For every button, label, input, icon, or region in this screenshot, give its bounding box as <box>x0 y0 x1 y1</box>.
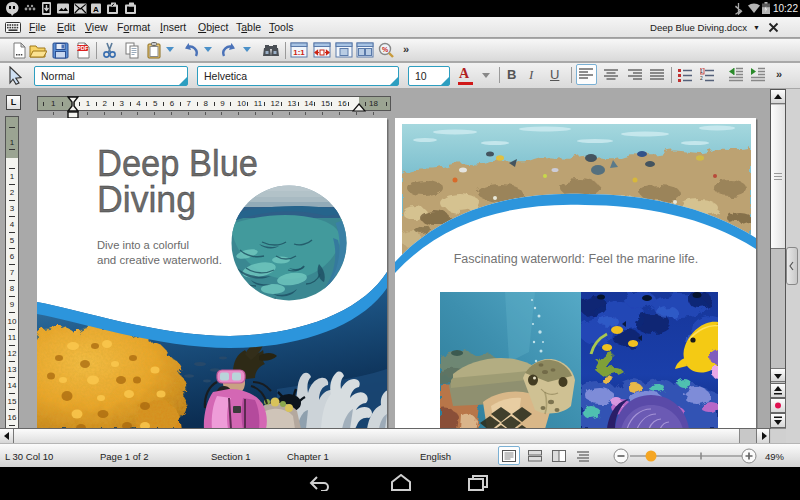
svg-text:1:1: 1:1 <box>293 48 305 57</box>
svg-text:Fascinating waterworld: Feel t: Fascinating waterworld: Feel the marine … <box>454 252 699 266</box>
svg-text:Dive into a colorful: Dive into a colorful <box>97 239 189 251</box>
svg-text:%: % <box>382 46 389 53</box>
svg-text:PDF: PDF <box>77 45 89 51</box>
svg-text:2: 2 <box>700 75 703 81</box>
svg-text:A: A <box>93 5 99 14</box>
svg-text:Diving: Diving <box>97 178 196 220</box>
svg-text:and creative waterworld.: and creative waterworld. <box>97 254 222 266</box>
svg-text:1: 1 <box>700 68 703 74</box>
